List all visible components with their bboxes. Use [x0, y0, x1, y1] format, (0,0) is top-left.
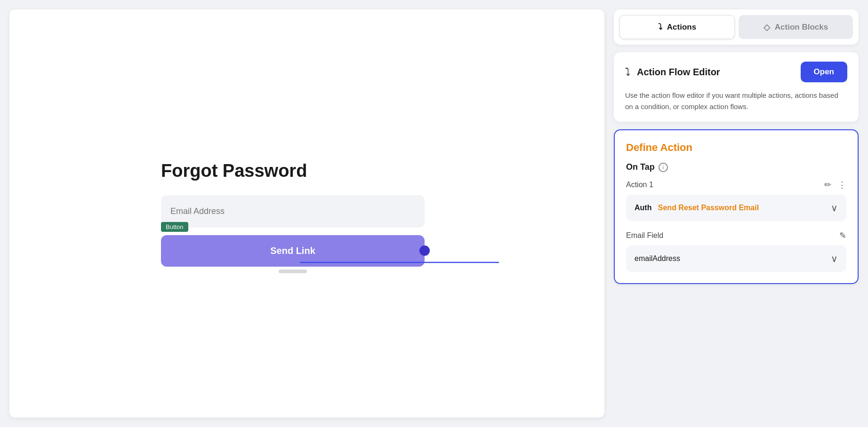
- tab-action-blocks[interactable]: ◇ Action Blocks: [739, 15, 853, 39]
- email-field-section: Email Field ✎ emailAddress ∨: [626, 230, 846, 272]
- more-options-button[interactable]: ⋮: [838, 180, 846, 190]
- email-field-chevron: ∨: [831, 253, 838, 264]
- action-icons: ✏ ⋮: [824, 180, 846, 190]
- auth-text: Auth Send Reset Password Email: [635, 204, 759, 212]
- tab-actions[interactable]: ⤵ Actions: [619, 15, 735, 39]
- email-address-input[interactable]: [161, 195, 425, 228]
- on-tap-label: On Tap: [626, 162, 655, 172]
- define-action-card: Define Action On Tap i Action 1 ✏ ⋮ Auth: [614, 129, 859, 284]
- connector-dot: [419, 245, 430, 256]
- right-panel: ⤵ Actions ◇ Action Blocks ⤵ Action Flow …: [614, 9, 859, 418]
- email-field-value: emailAddress: [635, 254, 680, 263]
- action-blocks-icon: ◇: [764, 22, 770, 32]
- action-flow-icon: ⤵: [625, 66, 630, 78]
- email-field-dropdown[interactable]: emailAddress ∨: [626, 245, 846, 272]
- tabs-container: ⤵ Actions ◇ Action Blocks: [614, 9, 859, 45]
- auth-dropdown[interactable]: Auth Send Reset Password Email ∨: [626, 195, 846, 221]
- actions-icon: ⤵: [658, 22, 662, 32]
- action-flow-title: Action Flow Editor: [637, 67, 720, 78]
- email-field-row: Email Field ✎: [626, 230, 846, 241]
- button-tag: Button: [161, 222, 188, 232]
- info-icon[interactable]: i: [659, 163, 668, 172]
- send-link-button[interactable]: Send Link: [161, 235, 425, 267]
- edit-email-field-button[interactable]: ✎: [839, 230, 846, 241]
- action-flow-left: ⤵ Action Flow Editor: [625, 66, 720, 78]
- action-row-label: Action 1: [626, 181, 653, 189]
- action-flow-header: ⤵ Action Flow Editor Open: [625, 62, 847, 82]
- auth-dropdown-chevron: ∨: [831, 202, 838, 214]
- on-tap-row: On Tap i: [626, 162, 846, 172]
- email-field-label: Email Field: [626, 231, 663, 240]
- action-flow-card: ⤵ Action Flow Editor Open Use the action…: [614, 52, 859, 122]
- open-button[interactable]: Open: [801, 62, 847, 82]
- define-action-title: Define Action: [626, 142, 846, 154]
- action-flow-description: Use the action flow editor if you want m…: [625, 90, 847, 112]
- edit-action-button[interactable]: ✏: [824, 180, 831, 190]
- action-row: Action 1 ✏ ⋮: [626, 180, 846, 190]
- button-shadow: [279, 269, 307, 273]
- button-wrapper: Button Send Link: [161, 235, 425, 267]
- canvas-content: Forgot Password Button Send Link: [142, 142, 472, 285]
- page-title: Forgot Password: [161, 161, 307, 181]
- canvas-area: Forgot Password Button Send Link: [9, 9, 604, 418]
